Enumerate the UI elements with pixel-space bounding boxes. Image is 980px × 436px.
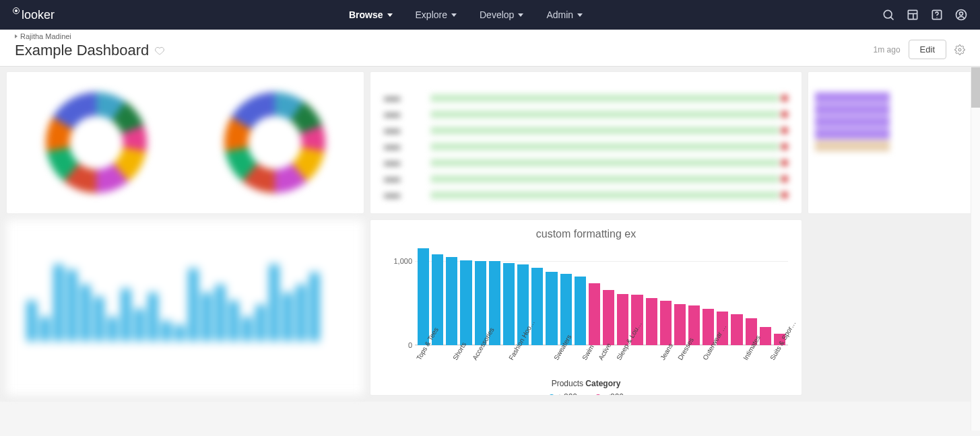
tile-custom-formatting-ex[interactable]: custom formatting ex 01,000 Tops & TeesS… — [370, 220, 802, 395]
help-icon[interactable] — [930, 8, 944, 22]
chart-legend: >800 <800 — [381, 392, 791, 395]
nav-right-icons — [882, 8, 968, 22]
svg-line-4 — [890, 17, 893, 20]
chart-bar[interactable] — [460, 260, 471, 345]
chevron-down-icon — [518, 13, 523, 17]
y-tick-label: 1,000 — [385, 257, 412, 265]
chart-bar[interactable] — [418, 248, 429, 345]
header-controls: 1m ago Edit — [874, 40, 965, 59]
svg-point-0 — [15, 9, 18, 12]
chart-x-axis-title: Products Category — [381, 379, 791, 388]
nav-items: Browse Explore Develop Admin — [349, 9, 583, 20]
nav-item-label: Browse — [349, 9, 383, 20]
tile-donuts[interactable] — [7, 72, 364, 213]
tile-product-list[interactable]: ■■■■ ■■■■ ■■■■ ■■■■ ■■■■ ■■■■ ■■■■ — [370, 72, 802, 213]
chart-bar[interactable] — [503, 263, 515, 346]
nav-item-browse[interactable]: Browse — [349, 9, 393, 20]
svg-point-9 — [936, 17, 937, 18]
svg-point-12 — [958, 48, 961, 51]
tile-blur-bars[interactable] — [7, 220, 364, 395]
breadcrumb-user: Rajitha Madinei — [20, 32, 71, 40]
page-header: Rajitha Madinei Example Dashboard 1m ago… — [0, 30, 980, 67]
scrollbar-thumb[interactable] — [971, 67, 980, 108]
nav-item-admin[interactable]: Admin — [546, 9, 583, 20]
last-refresh-timestamp: 1m ago — [874, 45, 901, 54]
tile-heatmap[interactable] — [808, 72, 973, 213]
chevron-down-icon — [577, 13, 583, 17]
legend-item-lt800: <800 — [595, 392, 624, 395]
chart-bar[interactable] — [589, 283, 600, 346]
page-title: Example Dashboard — [15, 42, 149, 59]
chart-bar[interactable] — [603, 290, 614, 346]
dashboard-body: ■■■■ ■■■■ ■■■■ ■■■■ ■■■■ ■■■■ ■■■■ — [0, 67, 980, 402]
chart-bar[interactable] — [446, 257, 457, 345]
nav-item-develop[interactable]: Develop — [480, 9, 523, 20]
svg-point-3 — [884, 10, 892, 18]
chevron-down-icon — [451, 13, 457, 17]
nav-item-label: Admin — [546, 9, 573, 20]
chevron-down-icon — [387, 13, 393, 17]
svg-text:looker: looker — [22, 8, 55, 22]
legend-item-gt800: >800 — [548, 392, 577, 395]
search-icon[interactable] — [882, 8, 895, 22]
brand-logo[interactable]: looker — [12, 7, 73, 22]
nav-item-label: Explore — [416, 9, 447, 20]
account-circle-icon[interactable] — [954, 8, 968, 22]
gear-icon[interactable] — [954, 44, 965, 55]
nav-item-explore[interactable]: Explore — [416, 9, 457, 20]
chart-title: custom formatting ex — [381, 228, 791, 240]
heart-icon[interactable] — [154, 45, 165, 56]
top-navigation: looker Browse Explore Develop Admin — [0, 0, 980, 30]
y-tick-label: 0 — [385, 341, 412, 349]
chart-bar[interactable] — [575, 277, 586, 346]
scrollbar[interactable] — [971, 67, 980, 431]
dashboard-icon[interactable] — [906, 8, 919, 22]
nav-item-label: Develop — [480, 9, 514, 20]
breadcrumb[interactable]: Rajitha Madinei — [15, 32, 165, 40]
edit-button[interactable]: Edit — [909, 40, 946, 59]
chevron-right-icon — [15, 34, 18, 38]
chart-bar[interactable] — [674, 304, 686, 345]
svg-point-11 — [960, 12, 963, 15]
